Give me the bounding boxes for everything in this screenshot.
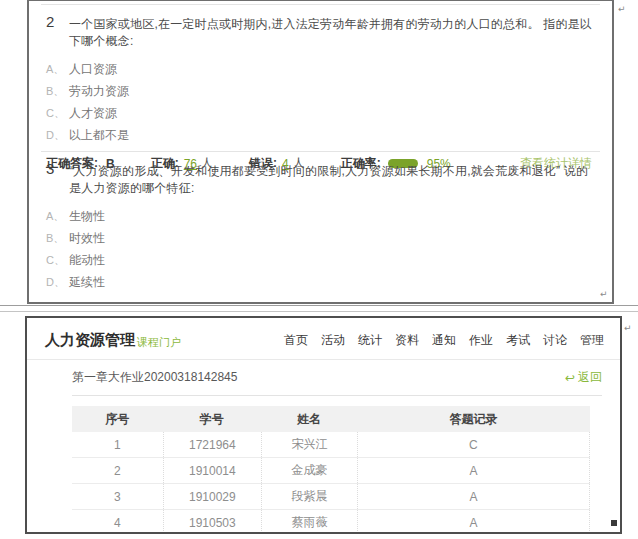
question-text: 一个国家或地区,在一定时点或时期内,进入法定劳动年龄并拥有的劳动力的人口的总和。… bbox=[69, 13, 598, 50]
option-c: C、 人才资源 bbox=[46, 102, 598, 124]
option-text: 以上都不是 bbox=[69, 127, 129, 144]
option-letter: B、 bbox=[46, 231, 69, 246]
cell-student-id: 1910503 bbox=[163, 510, 261, 534]
cell-student-id: 1910029 bbox=[163, 484, 261, 509]
option-letter: B、 bbox=[46, 84, 69, 99]
option-text: 人口资源 bbox=[69, 61, 117, 78]
cell-answer: A bbox=[357, 510, 590, 534]
wrong-label: 错误: bbox=[249, 302, 277, 304]
unit-label: 人 bbox=[293, 302, 305, 304]
col-header-index: 序号 bbox=[72, 411, 163, 428]
accuracy-value: 99% bbox=[427, 304, 451, 305]
table-row: 1 1721964 宋兴江 C bbox=[72, 432, 590, 458]
nav-item-discussion[interactable]: 讨论 bbox=[543, 332, 567, 349]
course-subtitle: 课程门户 bbox=[137, 332, 181, 350]
assignment-title: 第一章大作业20200318142845 bbox=[72, 369, 237, 386]
option-letter: C、 bbox=[46, 253, 69, 268]
paragraph-mark-icon: ↵ bbox=[600, 290, 608, 299]
paragraph-mark-icon: ↵ bbox=[618, 5, 626, 14]
stats-row: 正确答案: B 正确: 79 人 错误: 1 人 正确率: 99% 查看统计详情 bbox=[46, 302, 598, 304]
question-block-3: 3 “人力资源的形成、开发和使用都要受到时间的限制,人力资源如果长期不用,就会荒… bbox=[29, 152, 612, 298]
table-row: 3 1910029 段紫晨 A bbox=[72, 484, 590, 510]
cell-index: 3 bbox=[72, 484, 163, 509]
cell-answer: A bbox=[357, 458, 590, 483]
option-a: A、 人口资源 bbox=[46, 58, 598, 80]
options-list: A、 生物性 B、 时效性 C、 能动性 D、 延续性 bbox=[46, 205, 598, 293]
quiz-statistics-panel: 2 一个国家或地区,在一定时点或时期内,进入法定劳动年龄并拥有的劳动力的人口的总… bbox=[27, 0, 614, 304]
image-resize-handle[interactable] bbox=[611, 520, 617, 526]
correct-answer-value: B bbox=[106, 304, 115, 305]
course-header: 人力资源管理 课程门户 首页 活动 统计 资料 通知 作业 考试 讨论 管理 bbox=[27, 318, 620, 360]
table-row: 4 1910503 蔡雨薇 A bbox=[72, 510, 590, 534]
back-arrow-icon: ↩ bbox=[565, 371, 575, 385]
course-portal-panel: 人力资源管理 课程门户 首页 活动 统计 资料 通知 作业 考试 讨论 管理 第… bbox=[25, 316, 622, 534]
col-header-student-id: 学号 bbox=[163, 411, 261, 428]
rate-label: 正确率: bbox=[341, 302, 381, 304]
wrong-count-link[interactable]: 1 bbox=[282, 304, 289, 305]
nav-item-materials[interactable]: 资料 bbox=[395, 332, 419, 349]
cell-answer: C bbox=[357, 432, 590, 457]
cell-name: 蔡雨薇 bbox=[261, 510, 357, 534]
nav-item-statistics[interactable]: 统计 bbox=[358, 332, 382, 349]
divider bbox=[0, 305, 638, 306]
cell-answer: A bbox=[357, 484, 590, 509]
option-letter: C、 bbox=[46, 106, 69, 121]
option-d: D、 以上都不是 bbox=[46, 124, 598, 146]
question-block-2: 2 一个国家或地区,在一定时点或时期内,进入法定劳动年龄并拥有的劳动力的人口的总… bbox=[29, 5, 612, 151]
cell-name: 宋兴江 bbox=[261, 432, 357, 457]
cell-index: 4 bbox=[72, 510, 163, 534]
question-number: 2 bbox=[46, 13, 69, 30]
nav-item-notice[interactable]: 通知 bbox=[432, 332, 456, 349]
col-header-name: 姓名 bbox=[261, 411, 357, 428]
option-b: B、 时效性 bbox=[46, 227, 598, 249]
option-a: A、 生物性 bbox=[46, 205, 598, 227]
nav-item-exam[interactable]: 考试 bbox=[506, 332, 530, 349]
cell-student-id: 1910014 bbox=[163, 458, 261, 483]
question-text: “人力资源的形成、开发和使用都要受到时间的限制,人力资源如果长期不用,就会荒废和… bbox=[69, 160, 598, 197]
option-letter: A、 bbox=[46, 209, 69, 224]
option-text: 延续性 bbox=[69, 274, 105, 291]
nav-item-manage[interactable]: 管理 bbox=[580, 332, 604, 349]
option-letter: D、 bbox=[46, 275, 69, 290]
back-label: 返回 bbox=[578, 369, 602, 386]
paragraph-mark-icon: ↵ bbox=[624, 324, 632, 333]
unit-label: 人 bbox=[201, 302, 213, 304]
option-text: 劳动力资源 bbox=[69, 83, 129, 100]
nav-item-homework[interactable]: 作业 bbox=[469, 332, 493, 349]
table-header-row: 序号 学号 姓名 答题记录 bbox=[72, 406, 590, 432]
option-letter: A、 bbox=[46, 62, 69, 77]
option-d: D、 延续性 bbox=[46, 271, 598, 293]
cell-student-id: 1721964 bbox=[163, 432, 261, 457]
option-b: B、 劳动力资源 bbox=[46, 80, 598, 102]
option-text: 生物性 bbox=[69, 208, 105, 225]
cell-index: 2 bbox=[72, 458, 163, 483]
back-link[interactable]: ↩ 返回 bbox=[565, 369, 602, 386]
cell-index: 1 bbox=[72, 432, 163, 457]
answer-records-table: 序号 学号 姓名 答题记录 1 1721964 宋兴江 C 2 1910014 … bbox=[72, 406, 590, 534]
options-list: A、 人口资源 B、 劳动力资源 C、 人才资源 D、 以上都不是 bbox=[46, 58, 598, 146]
correct-label: 正确: bbox=[151, 302, 179, 304]
correct-count-link[interactable]: 79 bbox=[184, 304, 197, 305]
course-nav: 首页 活动 统计 资料 通知 作业 考试 讨论 管理 bbox=[284, 332, 604, 349]
table-row: 2 1910014 金成豪 A bbox=[72, 458, 590, 484]
option-text: 时效性 bbox=[69, 230, 105, 247]
cell-name: 金成豪 bbox=[261, 458, 357, 483]
question-number: 3 bbox=[46, 160, 69, 177]
option-letter: D、 bbox=[46, 128, 69, 143]
assignment-row: 第一章大作业20200318142845 ↩ 返回 bbox=[72, 369, 602, 396]
option-c: C、 能动性 bbox=[46, 249, 598, 271]
nav-item-activity[interactable]: 活动 bbox=[321, 332, 345, 349]
view-statistics-link[interactable]: 查看统计详情 bbox=[520, 302, 592, 304]
answer-label: 正确答案: bbox=[46, 302, 98, 304]
cell-name: 段紫晨 bbox=[261, 484, 357, 509]
course-title: 人力资源管理 bbox=[45, 331, 135, 350]
option-text: 能动性 bbox=[69, 252, 105, 269]
divider bbox=[0, 311, 638, 312]
option-text: 人才资源 bbox=[69, 105, 117, 122]
col-header-answer-record: 答题记录 bbox=[357, 411, 590, 428]
nav-item-home[interactable]: 首页 bbox=[284, 332, 308, 349]
